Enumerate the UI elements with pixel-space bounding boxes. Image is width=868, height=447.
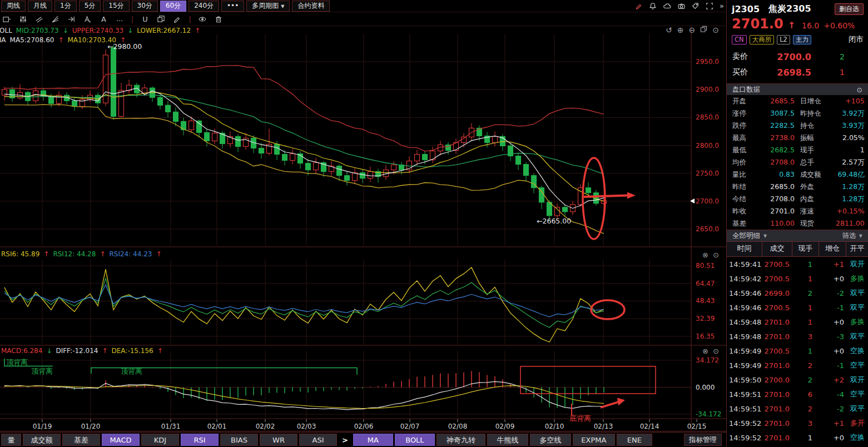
filter-funnel-icon: ▼ [859, 234, 862, 239]
fullscreen-icon[interactable] [706, 2, 713, 10]
indicator-value: MID:2703.73 [16, 27, 59, 34]
tab-KDJ[interactable]: KDJ [141, 434, 179, 446]
timeframe-15分[interactable]: 15分 [103, 1, 129, 12]
timeframe-240分[interactable]: 240分 [189, 1, 219, 12]
badge-大商所: 大商所 [750, 35, 775, 44]
zoom-out-icon[interactable]: ⊖ [688, 26, 695, 34]
tab-多空线[interactable]: 多空线 [530, 434, 571, 446]
trade-time: 14:59:49 [727, 361, 762, 370]
tabs-expand-chevron[interactable]: > [339, 436, 351, 444]
draw-pencil-icon[interactable] [635, 2, 643, 10]
indicator-value: BOLL [0, 27, 12, 34]
tab-BOLL[interactable]: BOLL [395, 434, 435, 446]
market-status: 闭市 [849, 34, 864, 44]
trade-detail-row: 14:59:522701.01+0空换 [727, 430, 868, 445]
details-title[interactable]: 全部明细 [732, 231, 760, 241]
trade-volume: 1 [792, 275, 819, 283]
main-chart-canvas[interactable]: 2950.02900.02850.02800.02750.02700.02650… [0, 0, 726, 447]
pankou-label: 均价 [732, 157, 760, 168]
details-dropdown-caret-icon[interactable]: ▼ [763, 234, 767, 239]
tab-MACD[interactable]: MACD [102, 434, 140, 446]
trade-time: 14:59:48 [727, 318, 762, 326]
pankou-label: 今结 [732, 193, 760, 205]
rsi-pane-controls: ⊗ ⊙ [702, 251, 719, 259]
tab-RSI[interactable]: RSI [181, 434, 219, 446]
svg-text:02/10: 02/10 [545, 423, 564, 430]
trade-time: 14:59:41 [727, 260, 762, 269]
badge-CN: CN [732, 35, 747, 44]
tab-基差[interactable]: 基差 [62, 434, 100, 446]
tab-BIAS[interactable]: BIAS [220, 434, 258, 446]
visibility-eye-icon[interactable] [198, 14, 207, 23]
close-indicator-icon[interactable]: ⊗ [702, 251, 708, 259]
filter-control[interactable]: 筛选 ▼ [842, 231, 862, 241]
price-tag-icon[interactable] [692, 2, 700, 10]
tab-成交额[interactable]: 成交额 [23, 434, 61, 446]
indicator-tuner-icon[interactable] [18, 14, 28, 23]
trade-open-close-type: 双平 [846, 404, 868, 414]
trade-open-close-type: 双平 [846, 288, 868, 298]
bid-row[interactable]: 买价 2698.5 1 [727, 64, 868, 80]
edit-pencil-icon[interactable] [172, 14, 182, 23]
cloud-save-icon[interactable] [663, 2, 671, 10]
timeframe-30分[interactable]: 30分 [132, 1, 158, 12]
tab-牛熊线[interactable]: 牛熊线 [487, 434, 528, 446]
chart-settings-icon[interactable]: ⊙ [712, 26, 719, 34]
chart-type-icon[interactable] [2, 14, 12, 23]
pankou-value: +105 [836, 96, 865, 107]
more-timeframes-button[interactable]: ••• [221, 1, 244, 12]
indicator-tabs-left: 量成交额基差MACDKDJRSIBIASWRASI [1, 434, 337, 446]
trade-price: 2701.0 [762, 332, 792, 341]
pankou-label: 开盘 [732, 96, 760, 107]
svg-text:2650.0: 2650.0 [696, 225, 719, 233]
pankou-value: 2708.0 [760, 157, 800, 168]
contract-info-button[interactable]: 合约资料 [292, 1, 330, 12]
timeframe-1分[interactable]: 1分 [54, 1, 77, 12]
magnet-icon[interactable]: U [140, 14, 150, 23]
zoom-in-icon[interactable]: ⊕ [677, 26, 684, 34]
undo-icon[interactable]: ↺ [666, 26, 672, 34]
ask-row[interactable]: 卖价 2700.0 2 [727, 49, 868, 64]
text-note-icon[interactable] [83, 14, 92, 23]
details-column-header: 增仓 [819, 242, 846, 256]
restore-view-icon[interactable] [700, 26, 707, 34]
tab-神奇九转[interactable]: 神奇九转 [437, 434, 485, 446]
trade-price: 2701.0 [762, 434, 792, 442]
tab-MA[interactable]: MA [353, 434, 393, 446]
timeframe-月线[interactable]: 月线 [28, 1, 52, 12]
trade-open-close-type: 空换 [846, 433, 868, 443]
arrow-marker-icon[interactable] [67, 14, 76, 23]
timeframe-周线[interactable]: 周线 [1, 1, 26, 12]
multi-period-button[interactable]: 多周期图▼ [246, 1, 290, 12]
timeframe-5分[interactable]: 5分 [79, 1, 101, 12]
pankou-settings-gear-icon[interactable]: ⊙ [857, 86, 862, 94]
trade-price: 2701.0 [762, 405, 792, 413]
tab-EXPMA[interactable]: EXPMA [573, 434, 615, 446]
more-tools-icon[interactable]: … [115, 14, 125, 23]
timeframe-60分[interactable]: 60分 [160, 1, 186, 12]
trend-channel-icon[interactable] [34, 14, 44, 23]
indicator-value: ↑ [100, 250, 105, 258]
tab-ASI[interactable]: ASI [299, 434, 337, 446]
indicator-manager-button[interactable]: 指标管理 [684, 434, 722, 446]
rsi-circle-annotation [591, 300, 624, 319]
tab-量[interactable]: 量 [1, 434, 21, 446]
remove-watchlist-button[interactable]: 删自选 [835, 3, 864, 15]
text-label-icon[interactable]: A [99, 14, 108, 23]
trade-position-change: +0 [819, 318, 846, 326]
clone-layers-icon[interactable] [156, 14, 166, 23]
indicator-value: ↑ [43, 250, 49, 258]
indicator-settings-icon[interactable]: ⊙ [713, 251, 719, 259]
indicator-tab-bar: 量成交额基差MACDKDJRSIBIASWRASI > MABOLL神奇九转牛熊… [0, 432, 726, 447]
gann-fan-icon[interactable] [51, 14, 60, 23]
collapse-panel-icon[interactable]: » [720, 2, 723, 10]
pankou-label: 成交额 [800, 169, 836, 180]
indicator-settings-icon[interactable]: ⊙ [713, 347, 719, 355]
close-indicator-icon[interactable]: ⊗ [702, 347, 708, 355]
screenshot-camera-icon[interactable] [677, 2, 686, 10]
tab-ENE[interactable]: ENE [617, 434, 652, 446]
alert-bell-icon[interactable] [649, 2, 657, 10]
tab-WR[interactable]: WR [260, 434, 297, 446]
delete-trash-icon[interactable] [214, 14, 224, 23]
indicator-tabs-right: MABOLL神奇九转牛熊线多空线EXPMAENE [353, 434, 652, 446]
